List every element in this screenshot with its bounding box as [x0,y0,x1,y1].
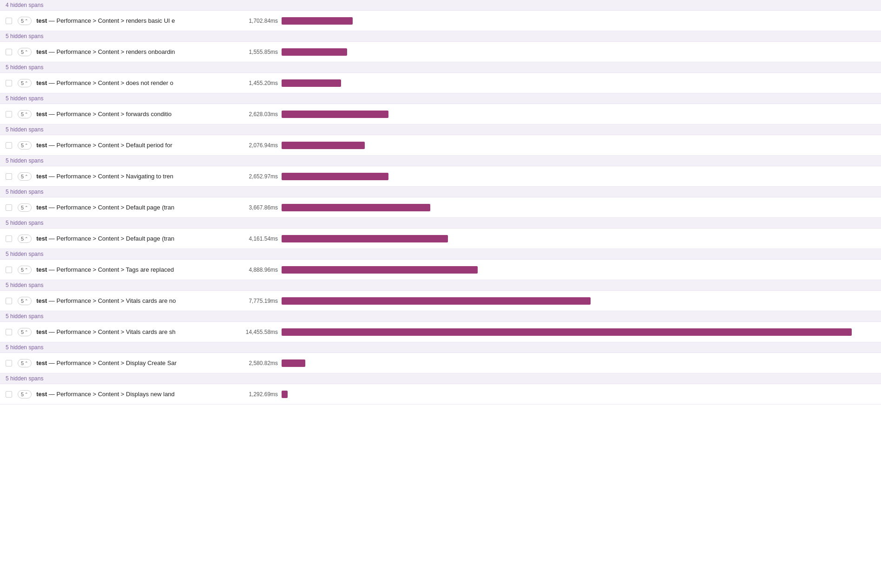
bar-track [282,142,875,149]
table-row: 5⌃test — Performance > Content > renders… [0,42,881,62]
bar-track [282,391,875,398]
expand-count: 5 [21,80,24,86]
expand-button[interactable]: 5⌃ [18,266,32,274]
chevron-up-icon: ⌃ [25,330,28,334]
chevron-up-icon: ⌃ [25,174,28,179]
expand-count: 5 [21,329,24,335]
expand-button[interactable]: 5⌃ [18,235,32,243]
bar-fill [282,142,365,149]
expand-count: 5 [21,236,24,242]
test-keyword: test [36,17,47,24]
chevron-up-icon: ⌃ [25,205,28,210]
expand-button[interactable]: 5⌃ [18,17,32,25]
bar-track [282,204,875,211]
duration-bar-area: 4,888.96ms [236,266,875,274]
bar-fill [282,266,478,274]
hidden-spans-label: 5 hidden spans [0,218,881,229]
table-row: 5⌃test — Performance > Content > Default… [0,135,881,156]
chevron-up-icon: ⌃ [25,19,28,23]
duration-bar-area: 1,455.20ms [236,79,875,87]
chevron-up-icon: ⌃ [25,392,28,397]
expand-count: 5 [21,298,24,304]
test-keyword: test [36,235,47,242]
table-row: 5⌃test — Performance > Content > does no… [0,73,881,93]
bar-fill [282,359,305,367]
expand-button[interactable]: 5⌃ [18,141,32,150]
row-checkbox [6,142,15,149]
test-name-label: test — Performance > Content > Displays … [36,391,231,398]
table-row: 5⌃test — Performance > Content > forward… [0,104,881,124]
bar-fill [282,328,852,336]
expand-button[interactable]: 5⌃ [18,297,32,305]
table-row: 5⌃test — Performance > Content > Tags ar… [0,260,881,280]
hidden-spans-label: 5 hidden spans [0,280,881,291]
test-name-label: test — Performance > Content > renders o… [36,48,231,55]
chevron-up-icon: ⌃ [25,50,28,54]
chevron-up-icon: ⌃ [25,236,28,241]
test-keyword: test [36,173,47,180]
table-row: 5⌃test — Performance > Content > Default… [0,197,881,218]
hidden-spans-label: 5 hidden spans [0,249,881,260]
test-name-label: test — Performance > Content > Vitals ca… [36,297,231,304]
duration-label: 1,702.84ms [236,18,278,24]
duration-label: 2,076.94ms [236,142,278,149]
row-checkbox [6,298,15,304]
bar-track [282,359,875,367]
expand-button[interactable]: 5⌃ [18,110,32,118]
test-keyword: test [36,111,47,118]
table-row: 5⌃test — Performance > Content > renders… [0,11,881,31]
chevron-up-icon: ⌃ [25,361,28,366]
bar-fill [282,297,590,305]
bar-track [282,235,875,242]
duration-label: 2,580.82ms [236,360,278,366]
row-checkbox [6,173,15,180]
hidden-spans-label: 5 hidden spans [0,93,881,104]
bar-fill [282,204,430,211]
expand-button[interactable]: 5⌃ [18,79,32,87]
expand-count: 5 [21,360,24,366]
bar-track [282,48,875,56]
bar-fill [282,391,288,398]
expand-button[interactable]: 5⌃ [18,390,32,399]
duration-bar-area: 2,652.97ms [236,173,875,180]
duration-label: 1,555.85ms [236,49,278,55]
hidden-spans-label: 5 hidden spans [0,31,881,42]
test-name-label: test — Performance > Content > Display C… [36,359,231,366]
duration-bar-area: 1,702.84ms [236,17,875,25]
expand-count: 5 [21,18,24,24]
hidden-spans-label: 5 hidden spans [0,156,881,166]
expand-button[interactable]: 5⌃ [18,328,32,336]
bar-track [282,173,875,180]
test-keyword: test [36,48,47,55]
duration-bar-area: 1,292.69ms [236,391,875,398]
test-keyword: test [36,297,47,304]
expand-button[interactable]: 5⌃ [18,359,32,367]
expand-button[interactable]: 5⌃ [18,172,32,181]
test-name-label: test — Performance > Content > Navigatin… [36,173,231,180]
test-name-label: test — Performance > Content > Default p… [36,142,231,149]
duration-bar-area: 14,455.58ms [236,328,875,336]
expand-button[interactable]: 5⌃ [18,203,32,212]
duration-label: 4,161.54ms [236,235,278,242]
bar-track [282,266,875,274]
bar-track [282,328,875,336]
duration-label: 1,292.69ms [236,391,278,398]
row-checkbox [6,204,15,211]
chevron-up-icon: ⌃ [25,81,28,85]
table-row: 5⌃test — Performance > Content > Vitals … [0,322,881,342]
bar-fill [282,79,341,87]
test-keyword: test [36,266,47,273]
duration-label: 14,455.58ms [236,329,278,335]
bar-track [282,79,875,87]
hidden-spans-label: 4 hidden spans [0,0,881,11]
duration-bar-area: 4,161.54ms [236,235,875,242]
test-name-label: test — Performance > Content > Tags are … [36,266,231,273]
row-checkbox [6,80,15,86]
duration-bar-area: 1,555.85ms [236,48,875,56]
table-row: 5⌃test — Performance > Content > Display… [0,384,881,405]
duration-label: 3,667.86ms [236,204,278,211]
expand-button[interactable]: 5⌃ [18,48,32,56]
expand-count: 5 [21,392,24,397]
duration-label: 4,888.96ms [236,267,278,273]
test-name-label: test — Performance > Content > renders b… [36,17,231,24]
